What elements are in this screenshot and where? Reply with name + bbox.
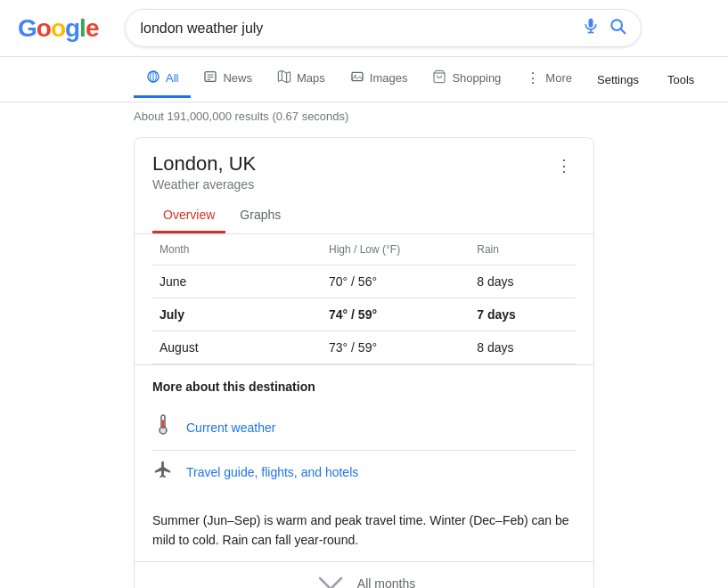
weather-card: London, UK Weather averages ⋮ Overview G…	[134, 137, 594, 588]
shopping-icon	[432, 69, 446, 86]
table-row: June70° / 56°8 days	[152, 265, 576, 298]
tab-maps-label: Maps	[297, 71, 325, 85]
col-month: Month	[152, 234, 322, 265]
cell-rain: 7 days	[470, 298, 576, 331]
tab-all[interactable]: All	[134, 61, 191, 98]
cell-highlow: 70° / 56°	[322, 265, 470, 298]
airplane-icon	[152, 460, 174, 484]
search-bar	[125, 9, 642, 47]
tab-images[interactable]: Images	[338, 61, 421, 98]
card-title: London, UK	[152, 152, 256, 176]
tab-shopping[interactable]: Shopping	[420, 61, 513, 98]
travel-guide-item[interactable]: Travel guide, flights, and hotels	[152, 451, 576, 493]
tab-news-label: News	[223, 71, 252, 85]
svg-line-4	[621, 29, 626, 34]
settings-button[interactable]: Settings	[585, 64, 651, 95]
current-weather-link[interactable]: Current weather	[186, 421, 275, 435]
tab-all-label: All	[166, 71, 178, 85]
maps-icon	[277, 69, 291, 86]
card-tabs: Overview Graphs	[135, 199, 593, 234]
table-row: August73° / 59°8 days	[152, 331, 576, 364]
cell-rain: 8 days	[470, 265, 576, 298]
tab-images-label: Images	[370, 71, 408, 85]
all-months-button[interactable]: All months	[135, 561, 593, 588]
more-icon: ⋮	[526, 69, 540, 86]
news-icon	[203, 69, 217, 86]
tab-more[interactable]: ⋮ More	[513, 61, 585, 98]
more-about-section: More about this destination Current weat…	[135, 364, 593, 500]
more-options-button[interactable]: ⋮	[552, 152, 576, 179]
tab-news[interactable]: News	[191, 61, 265, 98]
tools-button[interactable]: Tools	[655, 64, 707, 95]
svg-marker-12	[278, 70, 290, 82]
cell-month: June	[152, 265, 322, 298]
results-info: About 191,000,000 results (0.67 seconds)	[0, 102, 728, 130]
tab-shopping-label: Shopping	[452, 71, 501, 85]
all-months-label: All months	[357, 576, 415, 588]
more-about-title: More about this destination	[152, 380, 576, 394]
card-title-group: London, UK Weather averages	[152, 152, 256, 192]
nav-tabs: All News Maps	[0, 57, 728, 102]
header: Google	[0, 0, 728, 57]
cell-highlow: 74° / 59°	[322, 298, 470, 331]
table-header-row: Month High / Low (°F) Rain	[152, 234, 576, 265]
col-rain: Rain	[470, 234, 576, 265]
tab-overview[interactable]: Overview	[152, 199, 225, 233]
google-logo[interactable]: Google	[18, 14, 98, 43]
current-weather-item[interactable]: Current weather	[152, 404, 576, 451]
cell-month: July	[152, 298, 322, 331]
tab-more-label: More	[545, 71, 572, 85]
tab-maps[interactable]: Maps	[265, 61, 338, 98]
col-highlow: High / Low (°F)	[322, 234, 470, 265]
table-row: July74° / 59°7 days	[152, 298, 576, 331]
card-subtitle: Weather averages	[152, 177, 256, 192]
search-icon[interactable]	[609, 17, 626, 39]
all-icon	[146, 69, 160, 86]
nav-right: Settings Tools	[585, 64, 707, 95]
thermometer-icon	[152, 413, 174, 441]
weather-table-wrapper: Month High / Low (°F) Rain June70° / 56°…	[135, 234, 593, 364]
tab-graphs[interactable]: Graphs	[229, 199, 291, 233]
chevron-down-icon	[313, 573, 348, 588]
svg-rect-0	[589, 19, 593, 28]
weather-description: Summer (Jun–Sep) is warm and peak travel…	[135, 500, 593, 561]
travel-guide-link[interactable]: Travel guide, flights, and hotels	[186, 465, 358, 479]
images-icon	[350, 69, 364, 86]
microphone-icon[interactable]	[582, 17, 600, 39]
card-header: London, UK Weather averages ⋮	[135, 138, 593, 199]
cell-month: August	[152, 331, 322, 364]
search-input[interactable]	[140, 20, 575, 37]
weather-table: Month High / Low (°F) Rain June70° / 56°…	[152, 234, 576, 364]
cell-rain: 8 days	[470, 331, 576, 364]
cell-highlow: 73° / 59°	[322, 331, 470, 364]
